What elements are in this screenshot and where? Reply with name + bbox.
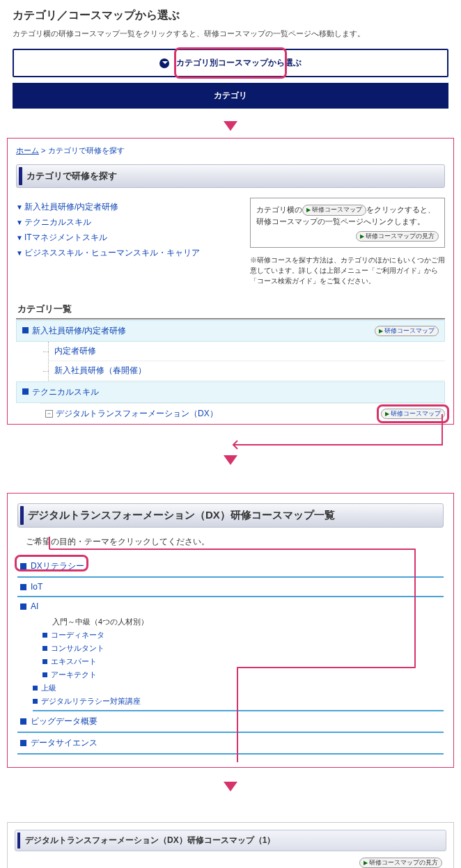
category-list-heading: カテゴリ一覧 [16,300,445,319]
square-bullet-icon [22,327,29,333]
breadcrumb-home[interactable]: ホーム [16,146,39,155]
square-bullet-icon [20,563,26,569]
square-bullet-icon [42,672,47,677]
map-item-datascience[interactable]: データサイエンス [17,733,444,755]
how-to-chip[interactable]: 研修コースマップの見方 [356,231,439,242]
square-bullet-icon [42,646,47,651]
map-item-ai[interactable]: AI [17,597,444,615]
map-item-iot[interactable]: IoT [17,578,444,597]
tree-leaf[interactable]: 新入社員研修（春開催） [49,361,445,381]
tree-leaf[interactable]: 内定者研修 [49,342,445,361]
square-bullet-icon [20,603,26,610]
category-search-panel: ホーム > カテゴリで研修を探す カテゴリで研修を探す 新入社員研修/内定者研修… [7,138,454,425]
map-select-label: カテゴリ別コースマップから選ぶ [176,58,302,68]
panel-desc: ご希望の目的・テーマをクリックしてください。 [26,536,444,548]
map-subitem[interactable]: コンサルタント [42,642,444,655]
tree-toggle-icon[interactable]: − [45,410,53,418]
anchor-item[interactable]: ビジネススキル・ヒューマンスキル・キャリア [16,247,237,259]
sub-tree: 内定者研修 新入社員研修（春開催） [48,342,445,381]
square-bullet-icon [20,740,26,746]
map-subitem[interactable]: 上級 [33,681,444,695]
map-subitem[interactable]: アーキテクト [42,668,444,681]
connector-line [233,409,456,450]
category-row[interactable]: 新入社員研修/内定者研修 研修コースマップ [16,320,445,342]
chevron-down-icon [159,58,169,68]
arrow-down-icon [224,455,237,472]
breadcrumb: ホーム > カテゴリで研修を探す [16,145,445,156]
breadcrumb-current: カテゴリで研修を探す [48,146,125,155]
map-subitem[interactable]: デジタルリテラシー対策講座 [33,695,444,711]
anchor-item[interactable]: 新入社員研修/内定者研修 [16,201,237,213]
square-bullet-icon [42,633,47,638]
map-subitem[interactable]: エキスパート [42,655,444,668]
panel-heading: デジタルトランスフォーメーション（DX）研修コースマップ（1） [15,830,446,851]
how-to-chip[interactable]: 研修コースマップの見方 [359,858,442,868]
square-bullet-icon [20,718,26,725]
square-bullet-icon [33,686,38,691]
map-select-button[interactable]: カテゴリ別コースマップから選ぶ [13,49,448,77]
map-subitem[interactable]: コーディネータ [42,629,444,642]
panel-heading: デジタルトランスフォーメーション（DX）研修コースマップ一覧 [17,503,444,528]
panel-heading: カテゴリで研修を探す [16,164,445,188]
course-map-chip[interactable]: 研修コースマップ [375,326,439,336]
map-item-dx-literacy[interactable]: DXリテラシー [17,556,444,578]
course-map-chip[interactable]: 研修コースマップ [302,205,366,216]
map-item-bigdata[interactable]: ビッグデータ概要 [17,711,444,733]
course-map-detail-panel: デジタルトランスフォーメーション（DX）研修コースマップ（1） 研修コースマップ… [7,822,454,868]
square-bullet-icon [42,659,47,664]
square-bullet-icon [22,388,29,395]
info-box: カテゴリ横の研修コースマップをクリックすると、研修コースマップの一覧ページへリン… [250,198,445,248]
course-map-list-panel: デジタルトランスフォーメーション（DX）研修コースマップ一覧 ご希望の目的・テー… [7,493,454,768]
sub-heading: 入門～中級（4つの人材別） [52,615,444,629]
arrow-down-icon [224,121,237,138]
arrow-down-icon [224,782,237,798]
page-desc: カテゴリ横の研修コースマップ一覧をクリックすると、研修コースマップの一覧ページへ… [13,29,448,39]
anchor-item[interactable]: テクニカルスキル [16,216,237,228]
page-title: カテゴリ／コースマップから選ぶ [13,8,448,23]
category-row[interactable]: テクニカルスキル [16,381,445,403]
square-bullet-icon [33,699,38,704]
category-button[interactable]: カテゴリ [13,83,448,109]
anchor-item[interactable]: ITマネジメントスキル [16,232,237,244]
note-text: ※研修コースを探す方法は、カテゴリのほかにもいくつかご用意しています。詳しくは上… [250,255,445,286]
anchor-list: 新入社員研修/内定者研修 テクニカルスキル ITマネジメントスキル ビジネススキ… [16,198,237,286]
square-bullet-icon [20,584,26,590]
